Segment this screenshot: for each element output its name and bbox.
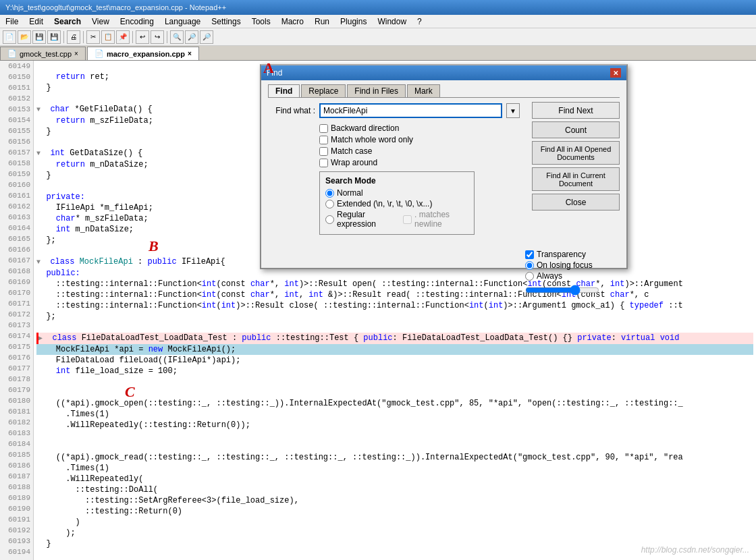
toolbar-copy[interactable]: 📋 [101,30,115,44]
code-line-60182: .WillRepeatedly(::testing::Return(0)); [36,420,753,430]
checkbox-match-case-label: Match case [331,146,372,156]
menu-file[interactable]: File [0,16,24,28]
menu-plugins[interactable]: Plugins [335,16,372,28]
checkbox-match-word: Match whole word only [319,135,520,144]
code-line-60184 [36,441,753,452]
dialog-tab-find[interactable]: Find [268,84,300,97]
title-text: Y:\hjs_test\googltut\gmock_test\macro_ex… [5,3,226,11]
code-line-60187: .WillRepeatedly( [36,474,753,484]
find-all-current-button[interactable]: Find All in Current Document [532,167,620,191]
menu-language[interactable]: Language [159,16,206,28]
code-line-60180: ((*api).gmock_open(::testing::_, ::testi… [36,398,753,409]
toolbar-zoom-out[interactable]: 🔎 [200,30,213,44]
find-dropdown-btn[interactable]: ▼ [506,103,520,118]
checkbox-match-word-input[interactable] [319,136,328,144]
menu-view[interactable]: View [86,16,115,28]
radio-normal-label: Normal [337,188,363,198]
checkbox-backward: Backward direction [319,123,520,133]
find-all-opened-button[interactable]: Find All in All Opened Documents [532,141,620,165]
tab-bar: 📄 gmock_test.cpp × 📄 macro_expansion.cpp… [0,46,756,61]
find-dialog: Find ✕ Find Replace Find in Files Mark F… [260,64,628,269]
radio-normal-input[interactable] [325,189,334,198]
tab-macro-label: macro_expansion.cpp [107,50,185,58]
line-numbers: 6014960150601516015260153601546015560156… [0,61,34,560]
menu-settings[interactable]: Settings [206,16,246,28]
toolbar-undo[interactable]: ↩ [136,30,149,44]
code-line-60190: ::testing::Return(0) [36,506,753,517]
close-button[interactable]: Close [532,194,620,211]
menu-help[interactable]: ? [412,16,427,28]
radio-extended-input[interactable] [325,200,334,208]
checkbox-wrap-label: Wrap around [331,158,377,167]
toolbar-saveall[interactable]: 💾 [47,30,61,44]
toolbar-save[interactable]: 💾 [32,30,46,44]
dialog-title-bar: Find ✕ [261,65,626,80]
radio-regex: Regular expression . matches newline [325,210,468,229]
dialog-close-button[interactable]: ✕ [610,68,621,78]
toolbar-print[interactable]: 🖨 [67,30,80,44]
menu-search[interactable]: Search [49,16,86,28]
code-line-60174: ▶ class FileDataLoadTest_LoadData_Test :… [36,333,753,344]
toolbar-find[interactable]: 🔍 [170,30,184,44]
code-line-60177: int file_load_size = 100; [36,366,753,376]
checkbox-backward-label: Backward direction [331,123,399,133]
tab-gmock[interactable]: 📄 gmock_test.cpp × [0,47,86,60]
tab-gmock-close[interactable]: × [74,50,78,57]
menu-window[interactable]: Window [372,16,412,28]
menu-macro[interactable]: Macro [276,16,309,28]
dialog-tab-replace[interactable]: Replace [301,84,346,97]
radio-extended: Extended (\n, \r, \t, \0, \x...) [325,199,468,208]
code-line-60176: FileDataLoad fileLoad((IFileApi*)api); [36,355,753,366]
count-button[interactable]: Count [532,121,620,138]
toolbar-new[interactable]: 📄 [3,30,16,44]
editor-area: 6014960150601516015260153601546015560156… [0,61,756,560]
find-next-button[interactable]: Find Next [532,102,620,119]
toolbar-cut[interactable]: ✂ [86,30,100,44]
title-bar: Y:\hjs_test\googltut\gmock_test\macro_ex… [0,0,756,15]
code-line-60192: ); [36,528,753,538]
find-input[interactable] [319,103,502,118]
toolbar: 📄 📂 💾 💾 🖨 ✂ 📋 📌 ↩ ↪ 🔍 🔎 🔎 [0,28,756,46]
search-mode-title: Search Mode [325,176,468,186]
code-line-60171: ::testing::internal::Function<int(int)>:… [36,300,753,311]
code-line-60185: ((*api).gmock_read(::testing::_, ::testi… [36,452,753,463]
transparency-always-radio[interactable] [525,272,534,281]
code-line-60172: }; [36,311,753,322]
radio-extended-label: Extended (\n, \r, \t, \0, \x...) [337,199,432,208]
tab-gmock-icon: 📄 [7,49,17,58]
checkbox-wrap: Wrap around [319,158,520,167]
tab-macro-close[interactable]: × [188,50,192,57]
toolbar-sep1 [63,31,64,43]
transparency-checkbox[interactable] [525,250,534,259]
checkbox-wrap-input[interactable] [319,159,328,167]
dialog-body: Find Replace Find in Files Mark Find wha… [261,80,626,268]
dialog-title-text: Find [267,68,282,78]
menu-tools[interactable]: Tools [246,16,276,28]
toolbar-zoom-in[interactable]: 🔎 [185,30,198,44]
checkbox-match-case-input[interactable] [319,147,328,156]
transparency-title: Transparency [525,250,613,259]
transparency-slider[interactable] [525,285,599,296]
checkbox-matches-newline[interactable] [403,215,412,224]
dialog-tab-mark[interactable]: Mark [407,84,440,97]
tab-gmock-label: gmock_test.cpp [20,50,72,58]
toolbar-redo[interactable]: ↪ [151,30,164,44]
transparency-focus-radio[interactable] [525,261,534,270]
dialog-tab-find-in-files[interactable]: Find in Files [347,84,406,97]
toolbar-paste[interactable]: 📌 [116,30,130,44]
radio-regex-input[interactable] [325,215,334,224]
menu-run[interactable]: Run [309,16,335,28]
code-line-60191: ) [36,517,753,528]
find-label: Find what : [268,106,315,115]
tab-macro[interactable]: 📄 macro_expansion.cpp × [87,47,199,60]
menu-edit[interactable]: Edit [24,16,49,28]
checkbox-backward-input[interactable] [319,124,328,133]
search-mode-box: Search Mode Normal Extended (\n, \r, \t,… [319,171,475,235]
toolbar-open[interactable]: 📂 [18,30,31,44]
dialog-tabs: Find Replace Find in Files Mark [268,84,620,98]
code-line-60179 [36,387,753,398]
transparency-focus-label: On losing focus [537,260,593,270]
find-row: Find what : ▼ [268,103,520,118]
radio-normal: Normal [325,188,468,198]
menu-encoding[interactable]: Encoding [115,16,159,28]
